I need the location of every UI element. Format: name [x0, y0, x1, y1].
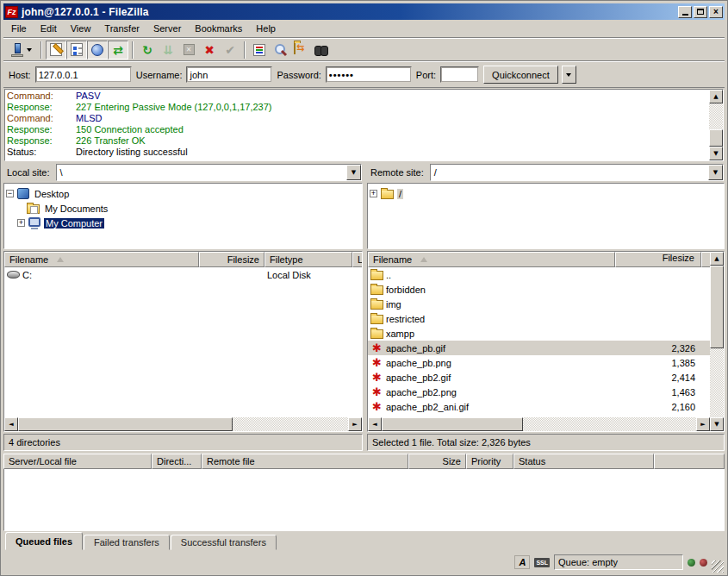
log-line: Response:227 Entering Passive Mode (127,… — [7, 102, 709, 113]
menu-help[interactable]: Help — [249, 21, 283, 36]
image-file-icon: ✱ — [370, 386, 383, 398]
quickconnect-dropdown-button[interactable] — [562, 66, 576, 84]
filter-button[interactable] — [249, 41, 270, 59]
remote-file-row[interactable]: ✱apache_pb2.gif2,414 — [368, 370, 710, 385]
column-header-filetype[interactable]: Filetype — [264, 252, 352, 267]
minimize-button[interactable] — [678, 6, 692, 18]
local-site-combobox[interactable]: \ ▼ — [56, 164, 362, 181]
scrollbar-thumb[interactable] — [710, 266, 724, 348]
cancel-operation-button[interactable]: ✕ — [178, 41, 199, 59]
remote-site-dropdown-button[interactable]: ▼ — [708, 165, 723, 180]
remote-folder-row[interactable]: restricted — [368, 311, 710, 326]
scrollbar-thumb[interactable] — [382, 417, 523, 431]
scroll-up-button[interactable]: ▲ — [709, 90, 723, 103]
message-log-text: Command:PASV Response:227 Entering Passi… — [5, 90, 709, 160]
local-horizontal-scrollbar[interactable]: ◄ ► — [4, 417, 362, 431]
local-site-dropdown-button[interactable]: ▼ — [346, 165, 361, 180]
remote-vertical-scrollbar[interactable]: ▲ ▼ — [710, 252, 724, 431]
remote-folder-row[interactable]: xampp — [368, 326, 710, 341]
expand-expander[interactable]: + — [370, 190, 377, 197]
log-line: Command:MLSD — [7, 113, 709, 124]
synchronized-browsing-button[interactable]: ⇆ — [290, 41, 311, 59]
toggle-local-treeview-button[interactable] — [66, 41, 87, 59]
column-header-lastmodified[interactable]: L — [352, 252, 362, 267]
site-manager-button[interactable] — [6, 41, 37, 59]
toggle-message-log-button[interactable] — [46, 41, 66, 59]
remote-file-row[interactable]: ✱apache_pb.png1,385 — [368, 355, 710, 370]
tab-successful-transfers[interactable]: Successful transfers — [171, 535, 277, 550]
remote-folder-row[interactable]: img — [368, 297, 710, 311]
scroll-down-button[interactable]: ▼ — [709, 147, 723, 160]
transfer-type-icon: A — [514, 555, 530, 569]
column-header-size[interactable]: Size — [408, 454, 466, 469]
menu-edit[interactable]: Edit — [34, 21, 64, 36]
expand-expander[interactable]: + — [17, 219, 25, 227]
queue-body — [3, 469, 725, 531]
disconnect-button[interactable]: ✖ — [199, 41, 220, 59]
menu-transfer[interactable]: Transfer — [97, 21, 146, 36]
tree-item-my-computer[interactable]: + My Computer — [17, 216, 360, 230]
resize-grip[interactable] — [712, 560, 724, 573]
log-vertical-scrollbar[interactable]: ▲ ▼ — [709, 90, 723, 160]
toggle-remote-treeview-button[interactable] — [87, 41, 108, 59]
column-header-direction[interactable]: Directi... — [152, 454, 202, 469]
maximize-button[interactable] — [694, 6, 707, 18]
port-input[interactable] — [440, 66, 479, 83]
remote-file-row[interactable]: ✱apache_pb2_ani.gif2,160 — [368, 399, 710, 414]
local-panel: Local site: \ ▼ − Desktop My Documents + — [3, 163, 363, 451]
activity-led-red-icon — [700, 559, 707, 567]
scroll-right-button[interactable]: ► — [696, 417, 710, 431]
scroll-left-button[interactable]: ◄ — [368, 417, 382, 431]
remote-file-row[interactable]: ✱apache_pb2.png1,463 — [368, 385, 710, 399]
host-input[interactable] — [35, 66, 132, 83]
menu-bar: File Edit View Transfer Server Bookmarks… — [3, 20, 725, 38]
refresh-button[interactable]: ↻ — [137, 41, 158, 59]
column-header-filesize[interactable]: Filesize — [615, 252, 701, 267]
column-header-status[interactable]: Status — [513, 454, 654, 469]
scroll-right-button[interactable]: ► — [348, 417, 362, 431]
tree-item-my-documents[interactable]: My Documents — [27, 201, 360, 216]
local-file-row[interactable]: C: Local Disk — [4, 267, 362, 282]
menu-file[interactable]: File — [4, 21, 34, 36]
local-status-bar: 4 directories — [3, 434, 363, 451]
ssl-indicator-icon: SSL — [534, 558, 550, 567]
scrollbar-thumb[interactable] — [18, 417, 233, 431]
log-line: Status:Directory listing successful — [7, 147, 709, 158]
quickconnect-button[interactable]: Quickconnect — [483, 66, 558, 84]
directory-comparison-button[interactable] — [311, 41, 332, 59]
menu-server[interactable]: Server — [146, 21, 188, 36]
column-header-priority[interactable]: Priority — [466, 454, 513, 469]
column-header-server-local-file[interactable]: Server/Local file — [3, 454, 152, 469]
column-header-filename[interactable]: Filename — [4, 252, 199, 267]
close-button[interactable]: × — [709, 6, 723, 18]
tree-item-root[interactable]: + / — [370, 186, 722, 201]
process-queue-button[interactable]: ⇊ — [158, 41, 178, 59]
remote-horizontal-scrollbar[interactable]: ◄ ► — [368, 417, 710, 431]
menu-view[interactable]: View — [64, 21, 98, 36]
column-header-filesize[interactable]: Filesize — [199, 252, 264, 267]
log-line: Response:150 Connection accepted — [7, 124, 709, 135]
column-header-filename[interactable]: Filename — [368, 252, 615, 267]
local-list-header: Filename Filesize Filetype L — [4, 252, 362, 267]
scrollbar-thumb[interactable] — [709, 129, 723, 147]
remote-folder-row[interactable]: forbidden — [368, 282, 710, 297]
remote-site-combobox[interactable]: / ▼ — [430, 164, 724, 181]
collapse-expander[interactable]: − — [6, 190, 14, 197]
reconnect-button[interactable]: ✔ — [220, 41, 240, 59]
remote-folder-row[interactable]: .. — [368, 267, 710, 282]
menu-bookmarks[interactable]: Bookmarks — [188, 21, 249, 36]
scroll-down-button[interactable]: ▼ — [710, 417, 724, 431]
site-manager-dropdown-icon — [27, 48, 32, 52]
tab-queued-files[interactable]: Queued files — [5, 532, 83, 550]
username-input[interactable] — [186, 66, 272, 83]
remote-status-bar: Selected 1 file. Total size: 2,326 bytes — [367, 434, 725, 451]
password-input[interactable] — [326, 66, 412, 83]
column-header-remote-file[interactable]: Remote file — [202, 454, 408, 469]
tree-item-desktop[interactable]: − Desktop — [6, 186, 360, 201]
remote-file-row-selected[interactable]: ✱apache_pb.gif2,326 — [368, 341, 710, 355]
scroll-left-button[interactable]: ◄ — [4, 417, 18, 431]
toggle-queue-button[interactable]: ⇄ — [108, 41, 128, 59]
tab-failed-transfers[interactable]: Failed transfers — [84, 535, 170, 550]
file-search-button[interactable] — [270, 41, 290, 59]
scroll-up-button[interactable]: ▲ — [710, 252, 724, 266]
